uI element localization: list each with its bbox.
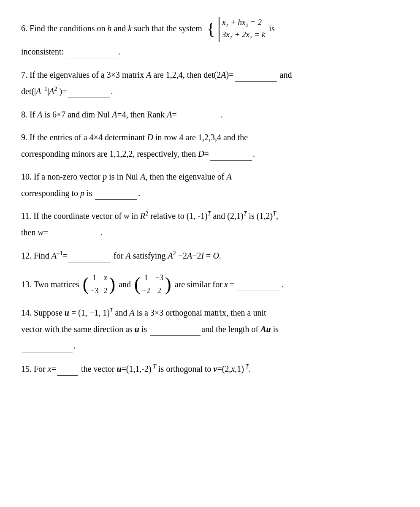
p8-A3: A [167,110,172,119]
p7-text3: )= [226,70,234,79]
p14-T-sup: T [110,308,113,314]
p14-u-bold: u [65,308,69,317]
problem-6: 6. Find the conditions on h and k such t… [21,17,399,58]
p15-v-bold: v [214,364,217,373]
p14-text2b: is [139,324,149,334]
p15-v-val: =(2, [217,364,231,373]
p9-eq: = [204,149,209,158]
p13-text2: are similar for [175,278,222,291]
p11-text1b: in [129,211,140,221]
p6-inconsistent-label: inconsistent: [21,47,66,56]
p7-blank2 [68,84,110,98]
p15-T-sup2: T [244,364,249,370]
p11-text2: then [21,228,38,237]
p10-text1c: , then the eigenvalue of [145,172,226,181]
p7-det-label: det( [21,87,34,96]
p11-R: R [140,211,145,221]
p12-period: . [219,251,221,260]
p6-eq2: 3x1 + 2x2 = k [222,29,265,41]
p14-text2c: and the length of [201,324,260,334]
p13-m1-r2c1: −3 [90,285,98,297]
p8-text1: 8. If [21,110,37,119]
p12-A: A [125,251,130,260]
p6-k: k [128,24,132,33]
problem-12: 12. Find A−1= for A satisfying A2 −2A−2I… [21,248,399,262]
p14-A: A [130,308,135,317]
p12-text1: 12. Find [21,251,51,260]
p7-A2: A [221,70,226,79]
p8-A: A [37,110,42,119]
p13-m1-r1c1: 1 [90,272,98,284]
p7-text4: )= [57,87,67,96]
p15-u-bold: u [117,364,121,373]
p6-blank [67,44,117,58]
p12-O: O [213,251,219,260]
p15-x2: x [231,364,235,373]
p10-p: p [103,172,107,181]
p13-paren1-open: ( [83,275,89,294]
p7-text1: 7. If the eigenvalues of a 3×3 matrix [21,70,146,79]
p6-text-after: such that the system [132,24,202,33]
p13-m1-r1c2: x [103,272,107,284]
p7-inv-sup: −1 [41,86,47,92]
p15-period: . [249,364,251,373]
p13-grid2: 1 −3 −2 2 [141,272,165,297]
p11-w: w [124,211,129,221]
p13-matrix1: ( 1 x −3 2 ) [83,272,115,297]
p7-A-inv: A [36,87,41,96]
problem-15: 15. For x= the vector u=(1,1,-2) T is or… [21,362,399,376]
p9-text2: corresponding minors are 1,1,2,2, respec… [21,149,198,158]
p14-text2d: is [271,324,279,334]
p13-eq: = [230,278,234,291]
p13-m2-r1c2: −3 [155,272,163,284]
p14-text2: vector with the same direction as [21,324,135,334]
p15-text2: the vector [79,364,117,373]
problem-7: 7. If the eigenvalues of a 3×3 matrix A … [21,68,399,98]
p12-inv-sup: −1 [57,250,63,256]
p13-m2-r2c1: −2 [142,285,150,297]
p12-eq3: −2 [192,251,201,260]
p12-eq: = [63,251,68,260]
p6-is: is [269,24,274,33]
p7-A: A [146,70,151,79]
p10-A2: A [227,172,232,181]
problem-11: 11. If the coordinate vector of w in R2 … [21,209,399,239]
p14-eq-sign: = (1, −1, 1) [69,308,110,317]
p13-x: x [224,278,228,291]
p7-A-sq: A [49,87,54,96]
p13-matrix2: ( 1 −3 −2 2 ) [134,272,171,297]
p15-text3: is orthogonal to [156,364,214,373]
p15-eq: = [51,364,56,373]
p14-Au: Au [260,324,271,334]
p7-and: and [278,70,292,79]
p15-blank [57,362,78,376]
p11-comma: , [276,211,278,221]
p8-period: . [221,110,223,119]
p14-blank1 [150,322,201,336]
p13-text1: 13. Two matrices [21,278,79,291]
p13-m2-r1c1: 1 [142,272,150,284]
p11-w2: w [38,228,43,237]
p12-text3: satisfying [131,251,168,260]
p6-text-before: 6. Find the conditions on [21,24,107,33]
p12-eq2: −2 [176,251,187,260]
p12-text2: for [111,251,125,260]
p15-u-val: =(1,1,-2) [122,364,152,373]
p10-p2: p [80,188,84,198]
p13-m2-r2c2: 2 [155,285,163,297]
p13-blank [237,277,279,291]
p15-x: x [48,364,51,373]
p12-blank [68,248,111,262]
p11-eq: = [43,228,48,237]
p13-m1-r2c2: 2 [103,285,107,297]
p14-text1c: is a 3×3 orthogonal matrix, then a unit [135,308,266,317]
p14-text1: 14. Suppose [21,308,65,317]
p6-eq1: x1 + hx2 = 2 [222,17,265,29]
p11-period: . [100,228,103,237]
p6-period: . [118,47,120,56]
p9-D2: D [198,149,204,158]
p8-A2: A [112,110,117,119]
p6-system: x1 + hx2 = 2 3x1 + 2x2 = k [219,17,265,42]
p11-text1e: is (1,2) [247,211,273,221]
p13-and: and [119,278,131,291]
